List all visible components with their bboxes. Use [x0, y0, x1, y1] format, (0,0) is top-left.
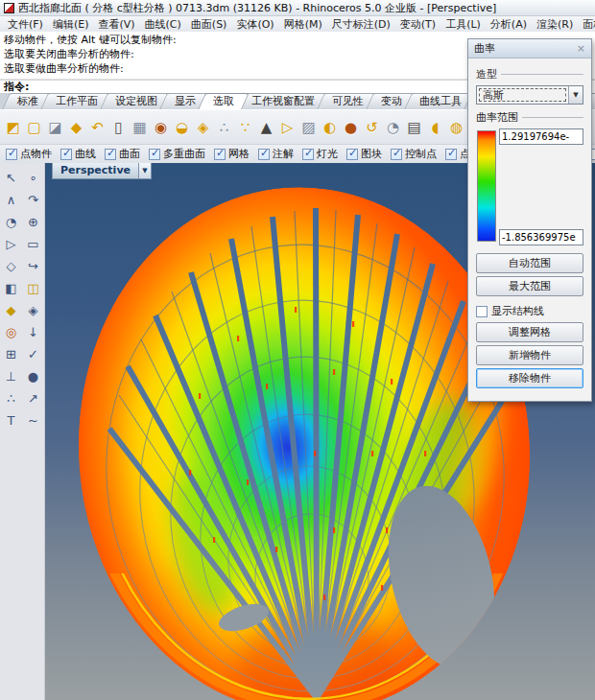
menu-item[interactable]: 分析(A): [487, 17, 531, 32]
menu-item[interactable]: 编辑(E): [49, 17, 93, 32]
filter-checkbox[interactable]: [302, 149, 314, 160]
split-icon[interactable]: ●: [24, 366, 43, 386]
add-objects-button[interactable]: 新增物件: [476, 345, 583, 365]
adjust-mesh-button[interactable]: 调整网格: [476, 322, 583, 342]
loft-icon[interactable]: ◫: [24, 278, 43, 298]
sphere-icon[interactable]: ◈: [24, 300, 43, 320]
filter-control-points[interactable]: 控制点: [391, 147, 437, 161]
select-point-clouds-icon[interactable]: ∴: [214, 115, 234, 140]
filter-annotations[interactable]: 注解: [258, 147, 294, 161]
torus-icon[interactable]: ◎: [2, 322, 21, 342]
check-icon[interactable]: ✓: [24, 344, 43, 364]
arc-icon[interactable]: ↷: [24, 190, 43, 210]
filter-lights[interactable]: 灯光: [302, 147, 338, 161]
select-curves-icon[interactable]: ▢: [24, 115, 44, 140]
menu-item[interactable]: 曲面(S): [187, 17, 231, 32]
select-volume-icon[interactable]: ◒: [172, 115, 192, 140]
circle-icon[interactable]: ◔: [2, 212, 21, 232]
filter-checkbox[interactable]: [346, 149, 358, 160]
filter-meshes[interactable]: 网格: [214, 147, 250, 161]
polygon-icon[interactable]: ◇: [2, 256, 21, 276]
point-cloud-icon[interactable]: ∴: [2, 388, 21, 408]
menu-item[interactable]: 工具(L): [441, 17, 485, 32]
range-max-input[interactable]: [499, 128, 583, 145]
select-meshes-icon[interactable]: ▦: [130, 115, 150, 140]
dropdown-arrow-icon[interactable]: ▼: [568, 86, 583, 104]
select-annotations-icon[interactable]: ∵: [235, 115, 255, 140]
select-surfaces-icon[interactable]: ◪: [45, 115, 65, 140]
menu-item[interactable]: 面板(P): [579, 17, 595, 32]
style-dropdown-value: 高斯: [479, 88, 566, 102]
toolbar-tab[interactable]: 工作平面: [48, 93, 106, 109]
text-icon[interactable]: T: [2, 410, 21, 431]
menu-item[interactable]: 网格(M): [280, 17, 326, 32]
toolbar-tab[interactable]: 选取: [205, 93, 242, 109]
select-lights-icon[interactable]: ▲: [256, 115, 276, 140]
menu-item[interactable]: 变动(T): [396, 17, 440, 32]
viewport-tab[interactable]: Perspective ▼: [52, 163, 152, 179]
menu-item[interactable]: 实体(O): [232, 17, 277, 32]
toolbar-tab[interactable]: 设定视图: [107, 93, 165, 109]
toolbar-tab[interactable]: 工作视窗配置: [244, 93, 322, 109]
select-by-layer-icon[interactable]: ▤: [404, 115, 424, 140]
pointer-icon[interactable]: ↖: [2, 168, 21, 188]
toolbar-tab[interactable]: 曲线工具: [412, 93, 469, 109]
menu-item[interactable]: 文件(F): [4, 17, 47, 32]
filter-checkbox[interactable]: [258, 149, 270, 160]
menu-item[interactable]: 查看(V): [94, 17, 138, 32]
menu-item[interactable]: 尺寸标注(D): [328, 17, 394, 32]
cone-icon[interactable]: ▷: [2, 234, 21, 254]
select-circle-icon[interactable]: ◍: [446, 115, 466, 140]
menu-item[interactable]: 曲线(C): [141, 17, 185, 32]
polyline-icon[interactable]: ∧: [2, 190, 21, 210]
ellipse-icon[interactable]: ⊕: [24, 212, 43, 232]
select-points-icon[interactable]: ◩: [3, 115, 23, 140]
filter-checkbox[interactable]: [149, 149, 160, 160]
explode-icon[interactable]: ↓: [24, 322, 43, 342]
select-curve-region-icon[interactable]: ◖: [425, 115, 445, 140]
filter-checkbox[interactable]: [391, 149, 402, 160]
filter-blocks[interactable]: 图块: [346, 147, 382, 161]
extrude-icon[interactable]: ⊞: [2, 344, 21, 364]
filter-checkbox[interactable]: [214, 149, 226, 160]
menu-item[interactable]: 渲染(R): [533, 17, 577, 32]
close-icon[interactable]: ×: [577, 43, 585, 54]
style-dropdown[interactable]: 高斯 ▼: [476, 85, 583, 105]
select-dots-icon[interactable]: ●: [341, 115, 361, 140]
filter-checkbox[interactable]: [105, 149, 116, 160]
filter-checkbox[interactable]: [6, 149, 17, 160]
move-icon[interactable]: ↗: [24, 388, 43, 408]
viewport-menu-arrow-icon[interactable]: ▼: [138, 163, 151, 178]
filter-checkbox[interactable]: [445, 149, 457, 160]
select-by-color-icon[interactable]: ◉: [151, 115, 171, 140]
box-icon[interactable]: ◆: [2, 300, 21, 320]
range-min-input[interactable]: [499, 229, 583, 245]
show-isocurves-checkbox[interactable]: 显示结构线: [476, 304, 583, 318]
freeform-curve-icon[interactable]: ↪: [24, 256, 43, 276]
select-blocks-icon[interactable]: ◈: [193, 115, 213, 140]
filter-surfaces[interactable]: 曲面: [105, 147, 140, 161]
analyze-curve-icon[interactable]: ~: [24, 410, 43, 431]
auto-range-button[interactable]: 自动范围: [476, 253, 583, 273]
invert-selection-icon[interactable]: ↺: [362, 115, 382, 140]
filter-checkbox[interactable]: [60, 149, 72, 160]
filter-curves[interactable]: 曲线: [60, 147, 96, 161]
select-hatches-icon[interactable]: ▨: [298, 115, 319, 140]
curvature-panel-titlebar[interactable]: 曲率 ×: [468, 39, 591, 58]
surface-icon[interactable]: ◧: [2, 278, 21, 298]
select-next-icon[interactable]: ▷: [277, 115, 298, 140]
max-range-button[interactable]: 最大范围: [476, 276, 583, 296]
rectangle-icon[interactable]: ▭: [24, 234, 43, 254]
undo-selection-icon[interactable]: ↶: [87, 115, 107, 140]
remove-objects-button[interactable]: 移除物件: [476, 368, 583, 388]
toolbar-tab[interactable]: 可见性: [324, 93, 371, 109]
select-last-icon[interactable]: ▯: [108, 115, 129, 140]
trim-icon[interactable]: ⊥: [2, 366, 21, 386]
checkbox[interactable]: [476, 306, 488, 317]
select-clipping-planes-icon[interactable]: ◔: [383, 115, 403, 140]
filter-points[interactable]: 点物件: [6, 147, 52, 161]
point-icon[interactable]: ∘: [24, 168, 43, 188]
select-polysurfaces-icon[interactable]: ◆: [66, 115, 86, 140]
select-groups-icon[interactable]: ◐: [320, 115, 340, 140]
filter-polysurfaces[interactable]: 多重曲面: [149, 147, 205, 161]
